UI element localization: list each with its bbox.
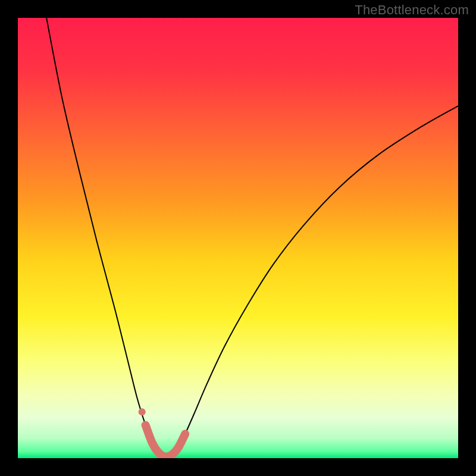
bottleneck-curve — [46, 18, 458, 457]
chart-container: TheBottleneck.com — [0, 0, 476, 476]
bottleneck-curve-svg — [18, 18, 458, 458]
watermark-text: TheBottleneck.com — [355, 2, 469, 18]
plot-area — [18, 18, 458, 458]
optimum-highlight-segment — [146, 425, 186, 457]
optimum-highlight-dot — [139, 408, 146, 415]
